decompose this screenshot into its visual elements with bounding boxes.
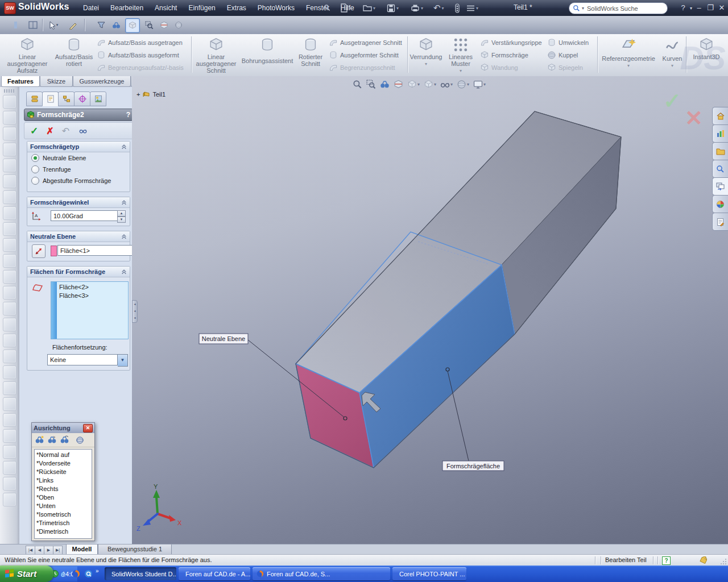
menu-item[interactable]: Datei — [77, 0, 105, 16]
close-button[interactable]: ✕ — [717, 3, 727, 13]
taskpane-search-icon[interactable] — [712, 160, 728, 178]
surface-tool-icon[interactable] — [3, 270, 16, 284]
apply-scene-icon[interactable]: ▾ — [473, 80, 486, 89]
reset-view-icon[interactable] — [60, 435, 69, 444]
surface-tool-icon[interactable] — [3, 206, 16, 220]
view-list-item[interactable]: *Rückseite — [36, 468, 90, 476]
reference-geometry-dropdown-icon[interactable]: ▾ — [599, 63, 657, 68]
ribbon-button-fillet[interactable]: Verrundung ▾ — [410, 35, 442, 66]
tab-scroll-left-icon[interactable]: ◀ — [35, 546, 44, 555]
tab-motion-study[interactable]: Bewegungsstudie 1 — [98, 544, 172, 555]
zoom-fit-icon[interactable] — [353, 80, 362, 89]
zoom-area-icon[interactable] — [366, 80, 376, 89]
pm-undo-button[interactable]: ↶ — [62, 126, 69, 136]
surface-tool-icon[interactable] — [3, 286, 16, 300]
search-box[interactable]: ▾ — [569, 2, 668, 14]
previous-view-icon[interactable] — [380, 80, 390, 89]
ribbon-button-reference-geometry[interactable]: Referenzgeometrie ▾ — [599, 35, 657, 68]
viewport-layout-icon[interactable] — [76, 436, 84, 444]
new-view-icon[interactable] — [35, 435, 44, 444]
view-tool-icon[interactable] — [109, 18, 123, 32]
angle-spinner[interactable]: ▲▼ — [117, 210, 126, 223]
open-document-icon[interactable]: ▾ — [363, 2, 378, 14]
toolbar-grip[interactable] — [4, 89, 15, 93]
ribbon-button-swept-boss[interactable]: Aufsatz/Basis ausgetragen — [97, 36, 184, 49]
select-arrow-icon[interactable]: ▾ — [47, 18, 60, 32]
taskbar-task-firefox-1[interactable]: Foren auf CAD.de - A... — [179, 567, 250, 580]
surface-tool-icon[interactable] — [3, 159, 16, 172]
reverse-direction-button[interactable] — [32, 244, 46, 258]
surface-tool-icon[interactable] — [3, 254, 16, 268]
minimize-button[interactable]: – — [694, 3, 704, 13]
save-icon[interactable]: ▾ — [387, 2, 402, 14]
edit-appearance-icon[interactable]: ▾ — [457, 80, 469, 89]
search-input[interactable] — [586, 5, 651, 13]
view-list-item[interactable]: *Oben — [36, 493, 90, 502]
propagation-select[interactable]: Keine ▼ — [47, 354, 128, 367]
menu-item[interactable]: Extras — [221, 0, 252, 16]
menu-item[interactable]: Einfügen — [183, 0, 221, 16]
surface-tool-icon[interactable] — [3, 190, 16, 204]
ribbon-button-hole-wizard[interactable]: Bohrungsassistent — [240, 35, 295, 64]
tab-scroll-right-icon[interactable]: ▶ — [44, 546, 53, 555]
pm-preview-glasses-icon[interactable] — [77, 127, 89, 135]
taskbar-task-solidworks[interactable]: SW SolidWorks Student D... — [105, 567, 176, 580]
face-list-item[interactable]: Fläche<2> — [59, 283, 126, 292]
ribbon-button-dome[interactable]: Kuppel — [547, 49, 589, 61]
radio-neutral-plane[interactable]: Neutrale Ebene — [27, 152, 130, 164]
view-orientation-icon[interactable]: ▾ — [407, 80, 420, 89]
spin-up-icon[interactable]: ▲ — [117, 210, 126, 217]
surface-tool-icon[interactable] — [3, 238, 16, 252]
tree-expand-icon[interactable]: + — [136, 91, 140, 98]
radio-parting-line[interactable]: Trennfuge — [27, 164, 130, 175]
surface-tool-icon[interactable] — [3, 350, 16, 363]
graphics-viewport[interactable]: Neutrale Ebene Formschrägefläche Y X Z — [132, 76, 728, 544]
surface-tool-icon[interactable] — [3, 493, 16, 506]
taskpane-view-palette-icon[interactable] — [712, 177, 728, 196]
faces-list[interactable]: Fläche<2>Fläche<3> — [51, 281, 129, 339]
collapse-chevron-icon[interactable] — [121, 199, 127, 205]
panel-splitter-handle[interactable]: ◂◂◂ — [132, 300, 138, 323]
ribbon-button-mirror[interactable]: Spiegeln — [547, 61, 589, 74]
collapse-chevron-icon[interactable] — [121, 269, 127, 275]
taskbar-task-corel[interactable]: Corel PHOTO-PAINT ... — [392, 567, 466, 580]
view-list-item[interactable]: *Trimetrisch — [36, 519, 90, 527]
menubar-pin-icon[interactable] — [323, 4, 331, 12]
surface-tool-icon[interactable] — [3, 111, 16, 124]
orientation-view-list[interactable]: *Normal auf*Vorderseite*Rückseite*Links*… — [34, 449, 92, 539]
undo-icon[interactable]: ↶▾ — [433, 2, 448, 14]
surface-tool-icon[interactable] — [3, 461, 16, 475]
taskpane-appearances-icon[interactable] — [712, 195, 728, 213]
shaded-view-icon[interactable] — [125, 18, 140, 33]
view-list-item[interactable]: *Dimetrisch — [36, 527, 90, 536]
surface-tool-icon[interactable] — [3, 95, 16, 109]
quicklaunch-ie-icon[interactable]: e — [58, 568, 68, 579]
section-view-icon[interactable] — [394, 80, 403, 89]
ribbon-button-swept-cut[interactable]: Ausgetragener Schnitt — [329, 36, 402, 49]
zoom-window-icon[interactable] — [142, 18, 156, 32]
ribbon-button-revolve-boss[interactable]: Aufsatz/Basis rotiert — [53, 35, 94, 67]
tab-scroll-last-icon[interactable]: ▶| — [53, 546, 63, 555]
tag-icon[interactable] — [700, 556, 709, 564]
surface-tool-icon[interactable] — [3, 302, 16, 315]
quick-tips-icon[interactable]: ? — [662, 556, 671, 565]
search-dropdown-icon[interactable]: ▾ — [582, 6, 584, 11]
surface-tool-icon[interactable] — [3, 381, 16, 395]
pm-tab-displaymanager[interactable] — [90, 92, 106, 106]
filter-icon[interactable] — [94, 18, 108, 32]
new-document-icon[interactable]: ▾ — [340, 2, 355, 14]
view-list-item[interactable]: *Normal auf — [36, 451, 90, 459]
maximize-button[interactable]: ❐ — [705, 3, 715, 13]
surface-tool-icon[interactable] — [3, 413, 16, 427]
fillet-dropdown-icon[interactable]: ▾ — [410, 61, 442, 66]
view-list-item[interactable]: *Vorderseite — [36, 459, 90, 468]
view-list-item[interactable]: *Isometrisch — [36, 510, 90, 519]
dialog-close-icon[interactable]: ✕ — [83, 424, 93, 433]
surface-tool-icon[interactable] — [3, 127, 16, 140]
pm-ok-button[interactable]: ✓ — [30, 125, 38, 137]
linear-pattern-dropdown-icon[interactable]: ▾ — [445, 68, 477, 73]
ribbon-button-boundary-cut[interactable]: Begrenzungsschnitt — [329, 61, 402, 74]
menu-item[interactable]: PhotoWorks — [252, 0, 300, 16]
tab-model[interactable]: Modell — [66, 544, 98, 555]
confirmation-cancel-icon[interactable]: ✕ — [685, 106, 703, 131]
